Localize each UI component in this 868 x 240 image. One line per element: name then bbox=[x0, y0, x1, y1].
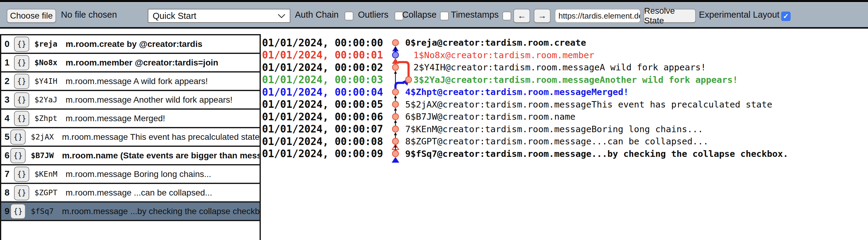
dag-node-2[interactable] bbox=[393, 64, 399, 70]
event-index: 2 bbox=[1, 76, 13, 86]
left-arrow-icon: ← bbox=[518, 11, 526, 21]
timeline-event-row-3[interactable]: 3 $2YaJ @creator:tardis m.room.message A… bbox=[413, 74, 738, 86]
timestamp-7: 01/01/2024, 00:00:07 bbox=[262, 123, 383, 135]
event-description: m.room.message ...can be collapsed... bbox=[65, 188, 212, 198]
timeline-event-row-8[interactable]: 8 $ZGPT @creator:tardis m.room.message .… bbox=[405, 135, 708, 147]
dag-node-1[interactable] bbox=[393, 52, 399, 58]
json-view-button[interactable]: {} bbox=[14, 167, 29, 182]
event-id: $No8x bbox=[34, 58, 57, 67]
event-list-row-7[interactable]: 7 {} $KEnM m.room.message Boring long ch… bbox=[1, 166, 259, 184]
event-list-row-2[interactable]: 2 {} $Y4IH m.room.message A wild fork ap… bbox=[1, 72, 259, 91]
event-index: 6 bbox=[1, 150, 9, 160]
timestamp-8: 01/01/2024, 00:00:08 bbox=[262, 135, 383, 147]
edge-6-to-5 bbox=[394, 108, 397, 114]
event-index: 5 bbox=[1, 132, 9, 142]
timestamp-9: 01/01/2024, 00:00:09 bbox=[262, 148, 383, 160]
incoming-edge-marker bbox=[392, 157, 399, 163]
timeline-event-row-2[interactable]: 2 $Y4IH @creator:tardis m.room.message A… bbox=[413, 61, 706, 73]
edge-5-to-4 bbox=[394, 95, 397, 101]
json-view-button[interactable]: {} bbox=[14, 185, 29, 201]
event-id: $2jAX bbox=[31, 132, 54, 141]
json-view-button[interactable]: {} bbox=[10, 129, 26, 145]
toolbar: Choose file No file chosen Quick Start A… bbox=[0, 0, 868, 29]
event-list-row-0[interactable]: 0 {} $reja m.room.create by @creator:tar… bbox=[1, 35, 259, 54]
timeline-event-row-7[interactable]: 7 $KEnM @creator:tardis m.room.message B… bbox=[405, 123, 703, 135]
auth-chain-label: Auth Chain bbox=[295, 2, 339, 27]
timeline-event-row-1[interactable]: 1 $No8x @creator:tardis m.room.member bbox=[413, 49, 594, 61]
timeline-event-row-4[interactable]: 4 $Zhpt @creator:tardis m.room.message M… bbox=[405, 86, 628, 98]
event-id: $KEnM bbox=[34, 170, 57, 178]
dag-node-5[interactable] bbox=[393, 101, 399, 108]
experimental-layout-checkbox[interactable]: ✓ bbox=[781, 11, 790, 21]
event-list-row-3[interactable]: 3 {} $2YaJ m.room.message Another wild f… bbox=[1, 91, 259, 110]
json-view-button[interactable]: {} bbox=[14, 111, 29, 126]
outliers-label: Outliers bbox=[358, 2, 389, 27]
forward-button[interactable]: → bbox=[534, 9, 551, 23]
event-id: $B7JW bbox=[31, 151, 54, 160]
event-id: $fSq7 bbox=[31, 207, 54, 216]
event-index: 3 bbox=[1, 95, 13, 105]
back-button[interactable]: ← bbox=[514, 9, 530, 23]
event-description: m.room.member @creator:tardis=join bbox=[65, 58, 218, 68]
url-value: https://tardis.element.dev bbox=[558, 11, 641, 21]
event-index: 7 bbox=[1, 169, 13, 179]
resolve-state-label: Resolve State bbox=[644, 6, 695, 26]
json-view-button[interactable]: {} bbox=[10, 204, 26, 219]
event-index: 1 bbox=[1, 58, 13, 68]
json-view-button[interactable]: {} bbox=[10, 148, 26, 163]
timestamp-3: 01/01/2024, 00:00:03 bbox=[262, 74, 383, 86]
dag-node-3[interactable] bbox=[405, 77, 412, 83]
event-description: m.room.message This event has precalcula… bbox=[62, 132, 260, 142]
timeline-event-row-5[interactable]: 5 $2jAX @creator:tardis m.room.message T… bbox=[405, 98, 772, 111]
json-view-button[interactable]: {} bbox=[14, 92, 29, 108]
collapse-checkbox[interactable] bbox=[440, 11, 449, 21]
event-id: $2YaJ bbox=[34, 95, 57, 104]
event-description: m.room.create by @creator:tardis bbox=[65, 39, 202, 49]
event-description: m.room.message Merged! bbox=[65, 114, 165, 123]
dag-node-8[interactable] bbox=[393, 138, 399, 144]
right-arrow-icon: → bbox=[538, 11, 547, 21]
event-description: m.room.message Another wild fork appears… bbox=[65, 95, 232, 105]
dag-node-6[interactable] bbox=[393, 114, 399, 120]
event-list-row-6[interactable]: 6 {} $B7JW m.room.name (State events are… bbox=[1, 147, 259, 166]
event-id: $Zhpt bbox=[34, 114, 57, 123]
event-description: m.room.message A wild fork appears! bbox=[65, 77, 208, 86]
dag-node-7[interactable] bbox=[393, 126, 399, 132]
choose-file-label: Choose file bbox=[10, 11, 53, 21]
timestamp-5: 01/01/2024, 00:00:05 bbox=[262, 98, 383, 111]
resolve-state-button[interactable]: Resolve State bbox=[644, 9, 696, 23]
edge-1-to-0 bbox=[393, 46, 399, 52]
event-description: m.room.name (State events are bigger tha… bbox=[62, 151, 259, 160]
check-icon: ✓ bbox=[783, 12, 789, 21]
timestamps-checkbox[interactable] bbox=[502, 11, 511, 21]
edge-8-to-7 bbox=[394, 132, 397, 138]
preset-select[interactable]: Quick Start bbox=[148, 9, 290, 23]
timeline-event-row-0[interactable]: 0 $reja @creator:tardis m.room.create bbox=[405, 36, 586, 49]
auth-chain-checkbox[interactable] bbox=[345, 11, 353, 21]
event-list-row-5[interactable]: 5 {} $2jAX m.room.message This event has… bbox=[1, 128, 259, 147]
event-list-row-8[interactable]: 8 {} $ZGPT m.room.message ...can be coll… bbox=[1, 184, 259, 203]
event-id: $ZGPT bbox=[34, 188, 57, 197]
url-input[interactable]: https://tardis.element.dev bbox=[555, 9, 641, 23]
timestamps-label: Timestamps bbox=[451, 2, 499, 27]
timeline-event-row-6[interactable]: 6 $B7JW @creator:tardis m.room.name bbox=[405, 111, 576, 123]
timestamp-2: 01/01/2024, 00:00:02 bbox=[262, 61, 383, 73]
event-list-row-4[interactable]: 4 {} $Zhpt m.room.message Merged! bbox=[1, 110, 259, 128]
event-list-panel: 0 {} $reja m.room.create by @creator:tar… bbox=[0, 34, 261, 240]
json-view-button[interactable]: {} bbox=[14, 74, 29, 89]
dag-node-9[interactable] bbox=[393, 151, 399, 157]
dag-node-4[interactable] bbox=[393, 89, 399, 95]
event-index: 0 bbox=[1, 39, 13, 49]
chevron-down-icon bbox=[278, 13, 285, 19]
event-id: $reja bbox=[34, 39, 57, 49]
json-view-button[interactable]: {} bbox=[14, 36, 29, 52]
choose-file-button[interactable]: Choose file bbox=[7, 9, 56, 23]
json-view-button[interactable]: {} bbox=[14, 55, 29, 70]
dag-node-0[interactable] bbox=[393, 39, 399, 46]
event-list-row-1[interactable]: 1 {} $No8x m.room.member @creator:tardis… bbox=[1, 54, 259, 72]
event-list-row-9-selected[interactable]: 9 {} $fSq7 m.room.message ...by checking… bbox=[1, 203, 259, 221]
collapse-label: Collapse bbox=[402, 2, 437, 27]
event-description: m.room.message ...by checking the collap… bbox=[62, 207, 259, 216]
timestamp-6: 01/01/2024, 00:00:06 bbox=[262, 111, 383, 123]
timeline-event-row-9[interactable]: 9 $fSq7 @creator:tardis m.room.message .… bbox=[405, 148, 788, 160]
